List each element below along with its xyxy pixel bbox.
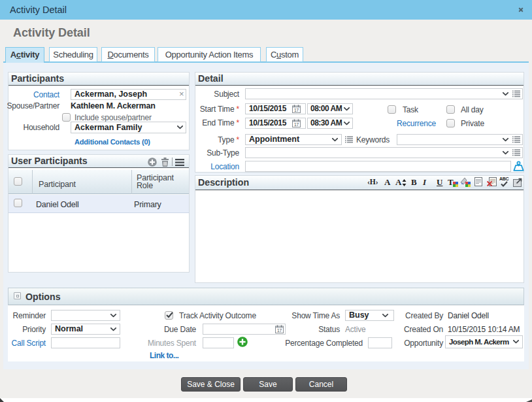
svg-text:17: 17 (294, 122, 299, 126)
svg-text:17: 17 (294, 108, 299, 112)
svg-text:17: 17 (277, 328, 282, 333)
